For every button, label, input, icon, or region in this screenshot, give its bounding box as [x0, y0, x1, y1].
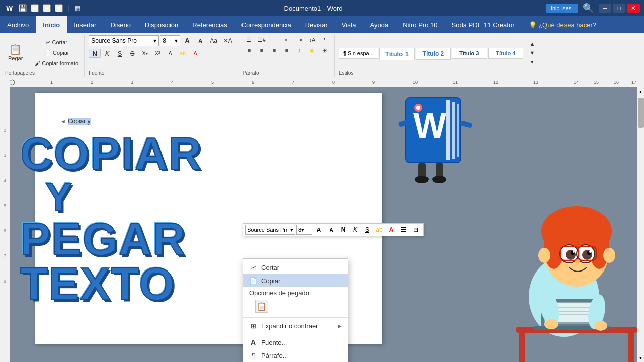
- format-label: Copiar formato: [42, 60, 78, 66]
- format-button[interactable]: 🖌 Copiar formato: [32, 59, 81, 68]
- mini-bullets-button[interactable]: ☰: [398, 225, 409, 235]
- tab-insertar[interactable]: Insertar: [67, 16, 103, 33]
- tab-archivo[interactable]: Archivo: [0, 16, 36, 33]
- font-name-dropdown[interactable]: Source Sans Pro ▾: [89, 35, 159, 46]
- tab-nitro[interactable]: Nitro Pro 10: [395, 16, 444, 33]
- underline-button[interactable]: S: [114, 49, 126, 58]
- sort-button[interactable]: ↕A: [306, 35, 318, 44]
- style-heading4-btn[interactable]: Título 4: [488, 48, 523, 59]
- mini-font-dropdown[interactable]: Source Sans Pro ▾: [245, 225, 295, 235]
- ruler-num-3: 3: [131, 80, 133, 85]
- line-spacing-button[interactable]: ↕: [293, 46, 305, 55]
- text-highlight-button[interactable]: ab: [177, 49, 189, 58]
- styles-scroll-up[interactable]: ▲: [526, 39, 538, 48]
- italic-button[interactable]: K: [101, 49, 113, 58]
- font-size-dropdown[interactable]: 8 ▾: [160, 35, 180, 46]
- bold-button[interactable]: N: [89, 49, 101, 58]
- sidebar-num-5: 5: [4, 203, 6, 208]
- quick-more-button[interactable]: ▾: [55, 4, 63, 12]
- svg-point-26: [589, 251, 591, 253]
- styles-scroll-down[interactable]: ▼: [526, 48, 538, 57]
- show-formatting-button[interactable]: ¶: [319, 35, 331, 44]
- copy-button[interactable]: 📄 Copiar: [32, 48, 81, 58]
- ctx-cortar[interactable]: ✂ Cortar: [243, 261, 348, 274]
- strikethrough-button[interactable]: S: [126, 49, 138, 58]
- scrollbar-down-button[interactable]: ▼: [637, 354, 645, 362]
- mini-size-dropdown[interactable]: 8 ▾: [296, 225, 312, 235]
- multilevel-button[interactable]: ≡: [269, 35, 281, 44]
- tab-correspondencia[interactable]: Correspondencia: [234, 16, 298, 33]
- minimize-button[interactable]: ─: [599, 4, 611, 13]
- ctx-paste-keep-source[interactable]: 📋: [255, 300, 268, 313]
- title-bar-title: Documento1 - Word: [80, 5, 545, 12]
- ctx-expandir[interactable]: ⊞ Expandir o contraer ▶: [243, 319, 348, 332]
- tab-diseno[interactable]: Diseño: [103, 16, 137, 33]
- scrollbar-vertical[interactable]: ▲ ▼: [637, 87, 644, 362]
- cut-button[interactable]: ✂ Cortar: [32, 38, 81, 47]
- shading-button[interactable]: ▣: [306, 46, 318, 55]
- tab-qdesea[interactable]: 💡 ¿Qué desea hacer?: [522, 16, 604, 33]
- style-heading2-btn[interactable]: Título 2: [416, 48, 451, 60]
- mini-grow-button[interactable]: A: [313, 225, 325, 235]
- subscript-button[interactable]: X₂: [139, 49, 151, 58]
- tab-vista[interactable]: Vista: [335, 16, 363, 33]
- borders-button[interactable]: ⊞: [318, 46, 331, 55]
- style-heading3-btn[interactable]: Título 3: [452, 48, 487, 59]
- clear-format-button[interactable]: ✕A: [221, 36, 235, 45]
- align-right-button[interactable]: ≡: [268, 46, 280, 55]
- tab-revisar[interactable]: Revisar: [298, 16, 335, 33]
- ribbon-display-options-icon[interactable]: ▦: [75, 5, 80, 12]
- align-center-button[interactable]: ≡: [256, 46, 268, 55]
- cartoon-character: [476, 151, 637, 362]
- increase-indent-button[interactable]: ⇥: [294, 35, 306, 44]
- tab-referencias[interactable]: Referencias: [185, 16, 234, 33]
- align-left-button[interactable]: ≡: [243, 46, 255, 55]
- mini-highlight-button[interactable]: ab: [374, 225, 385, 235]
- change-case-button[interactable]: Aa: [207, 36, 220, 45]
- format-icon: 🖌: [35, 60, 40, 66]
- style-normal-btn[interactable]: ¶ Sin espa...: [339, 48, 378, 59]
- font-shrink-button[interactable]: A: [194, 36, 206, 45]
- tab-soda[interactable]: Soda PDF 11 Creator: [445, 16, 522, 33]
- child-cartoon-svg: [476, 151, 637, 362]
- mini-underline-button[interactable]: S: [362, 225, 373, 235]
- quick-undo-button[interactable]: ↩: [31, 4, 39, 12]
- ctx-copiar[interactable]: 📄 Copiar: [243, 274, 348, 287]
- svg-point-10: [432, 176, 446, 183]
- mini-color-button[interactable]: A: [386, 225, 397, 235]
- style-heading1-btn[interactable]: Título 1: [379, 48, 415, 60]
- superscript-button[interactable]: X²: [151, 49, 164, 58]
- maximize-button[interactable]: □: [613, 4, 625, 13]
- inic-ses-button[interactable]: Inic. ses.: [546, 4, 578, 13]
- font-color-button[interactable]: A: [189, 49, 201, 58]
- tab-disposicion[interactable]: Disposición: [138, 16, 185, 33]
- ctx-cortar-label: Cortar: [261, 264, 279, 272]
- close-button[interactable]: ✕: [627, 4, 640, 13]
- search-icon[interactable]: 🔍: [580, 3, 597, 14]
- svg-rect-12: [459, 120, 473, 128]
- tab-ayuda[interactable]: Ayuda: [363, 16, 395, 33]
- ctx-fuente[interactable]: A Fuente...: [243, 336, 348, 349]
- quick-save-button[interactable]: 💾: [19, 4, 27, 12]
- mini-bold-button[interactable]: N: [338, 225, 349, 235]
- decrease-indent-button[interactable]: ⇤: [281, 35, 293, 44]
- numbering-button[interactable]: ☰#: [255, 35, 268, 44]
- ctx-parrafo[interactable]: ¶ Párrafo...: [243, 349, 348, 362]
- parrafo-label: Párrafo: [243, 70, 259, 77]
- word-mascot: W: [395, 87, 476, 185]
- mini-indent-button[interactable]: ⊟: [410, 225, 421, 235]
- mini-shrink-button[interactable]: A: [326, 225, 337, 235]
- bullets-button[interactable]: ☰: [243, 35, 255, 44]
- quick-redo-button[interactable]: ↪: [43, 4, 51, 12]
- font-grow-button[interactable]: A: [181, 36, 193, 45]
- document-area[interactable]: COPIAR Y PEGAR TEXTO ◄ Copiar y: [10, 87, 637, 362]
- justify-button[interactable]: ≡: [281, 46, 293, 55]
- text-effect-button[interactable]: A: [164, 49, 176, 58]
- mini-italic-button[interactable]: K: [350, 225, 361, 235]
- scrollbar-thumb[interactable]: [638, 98, 644, 128]
- paste-button[interactable]: 📋 Pegar: [5, 37, 26, 68]
- scrollbar-up-button[interactable]: ▲: [637, 87, 645, 96]
- quick-access-separator: |: [68, 4, 70, 13]
- styles-more[interactable]: ▾: [526, 57, 538, 66]
- tab-inicio[interactable]: Inicio: [36, 16, 67, 33]
